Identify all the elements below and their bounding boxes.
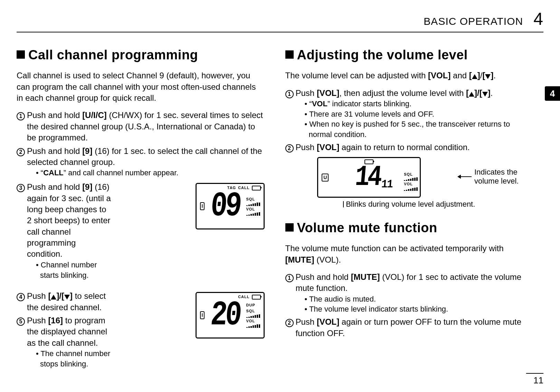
step-number-icon: 2	[285, 144, 294, 153]
text: Push and hold	[27, 146, 82, 156]
lcd-small-digits: 11	[381, 179, 393, 190]
text: ” indicator starts blinking.	[328, 99, 411, 108]
left-column: Call channel programming Call channel is…	[17, 43, 265, 371]
text: Push	[296, 317, 317, 326]
mute-step-2: 2 Push [VOL] again or turn power OFF to …	[285, 316, 533, 339]
heading-text: Call channel programming	[28, 48, 198, 62]
lcd-vol-label: VOL	[404, 182, 413, 187]
adjust-step-1: 1 Push [VOL], then adjust the volume lev…	[285, 88, 533, 140]
step-4: 4 Push []/[] to select the desired chann…	[17, 291, 189, 313]
lcd-display-20: CALL I 20 DUP SQL VOL	[196, 292, 265, 339]
step-5-sub: • The channel number stops blinking.	[36, 349, 113, 369]
step-4-5-block: CALL I 20 DUP SQL VOL	[17, 291, 265, 371]
step-3-sub: • Channel number starts blinking.	[36, 260, 113, 280]
heading-text: Adjusting the volume level	[297, 48, 468, 62]
step-3-block: TAG CALL I 09 SQL VOL	[17, 182, 265, 282]
annotation-text: Blinks during volume level adjustment.	[346, 199, 475, 209]
text: Push	[296, 88, 317, 98]
annotation-arrow-a: Indicates the volume level.	[458, 168, 533, 186]
battery-icon	[252, 186, 261, 190]
key-label: [MUTE]	[285, 255, 314, 264]
step-number-icon: 2	[285, 319, 294, 327]
key-label: [VOL]	[317, 88, 339, 98]
annotation-arrow-b: Blinks during volume level adjustment.	[285, 199, 533, 209]
key-label: [VOL]	[428, 71, 450, 80]
volume-lcd-figure: U 14 11 SQL VOL	[285, 155, 533, 209]
text: again to return to normal condition.	[339, 143, 470, 152]
text: (VOL).	[314, 255, 341, 264]
text: Push	[27, 316, 48, 325]
mute-intro: The volume mute function can be activate…	[285, 243, 533, 265]
text: • “	[36, 168, 43, 177]
lcd-group-badge: I	[200, 202, 205, 210]
key-label: [U/I/C]	[82, 110, 107, 120]
heading-volume-level: Adjusting the volume level	[285, 46, 533, 64]
step-number-icon: 2	[17, 148, 25, 156]
text: Push	[296, 143, 317, 152]
adjust-step-1-sub1: • “VOL” indicator starts blinking.	[305, 99, 533, 109]
lcd-digits: 20	[209, 298, 241, 333]
text: ” and call channel number appear.	[64, 168, 179, 177]
running-header: BASIC OPERATION 4	[17, 9, 543, 29]
adjust-step-1-sub2: • There are 31 volume levels and OFF.	[305, 109, 533, 119]
text: (16) again for 3 sec. (until a long beep…	[27, 182, 111, 258]
triangle-down-icon	[64, 295, 70, 300]
lcd-bars-icon	[404, 187, 418, 191]
lcd-display-09: TAG CALL I 09 SQL VOL	[196, 183, 265, 229]
step-number-icon: 4	[17, 293, 25, 301]
triangle-up-icon	[469, 92, 474, 97]
heading-text: Volume mute function	[297, 220, 437, 235]
right-column: Adjusting the volume level The volume le…	[285, 43, 544, 371]
step-number-icon: 3	[17, 184, 25, 192]
heading-mute: Volume mute function	[285, 219, 533, 237]
lcd-big-digits: 14	[354, 163, 381, 192]
key-label: [16]	[48, 316, 63, 325]
lcd-dup-indicator: DUP	[246, 303, 255, 308]
mute-step-1-sub1: • The audio is muted.	[305, 294, 533, 304]
step-number-icon: 1	[285, 90, 294, 98]
lcd-bars-icon	[246, 212, 260, 216]
square-bullet-icon	[17, 50, 25, 59]
lcd-group-badge: I	[200, 311, 205, 319]
step-2: 2 Push and hold [9] (16) for 1 sec. to s…	[17, 146, 265, 178]
lcd-display-volume: U 14 11 SQL VOL	[317, 157, 421, 198]
key-label: [9]	[82, 146, 92, 156]
heading-call-channel: Call channel programming	[17, 46, 265, 64]
text: The volume mute function can be activate…	[285, 244, 504, 253]
adjust-step-1-sub3: • When no key is pushed for 5 sec., the …	[305, 119, 533, 139]
battery-icon	[252, 295, 261, 300]
key-label: [VOL]	[317, 143, 339, 152]
triangle-up-icon	[472, 74, 477, 79]
lcd-bars-icon	[246, 203, 260, 206]
text: , then adjust the volume level with	[339, 88, 466, 98]
text: Push and hold	[27, 182, 82, 192]
text: .	[493, 71, 496, 80]
chapter-number: 4	[533, 9, 543, 29]
key-label: VOL	[312, 99, 328, 108]
page-number: 11	[526, 373, 543, 386]
lcd-vol-label: VOL	[246, 318, 255, 324]
lcd-group-badge: U	[322, 174, 329, 182]
page: BASIC OPERATION 4 Call channel programmi…	[0, 0, 560, 392]
square-bullet-icon	[285, 223, 294, 232]
lcd-sql-label: SQL	[404, 172, 413, 177]
annotation-text: Indicates the volume level.	[474, 168, 533, 186]
step-2-sub: • “CALL” and call channel number appear.	[36, 168, 265, 178]
text: Push and hold	[296, 272, 351, 282]
text: Push	[27, 291, 48, 301]
step-5: 5 Push [16] to program the displayed cha…	[17, 315, 189, 369]
call-channel-intro: Call channel is used to select Channel 9…	[17, 70, 265, 104]
key-label: [VOL]	[317, 317, 339, 326]
triangle-down-icon	[482, 92, 488, 97]
square-bullet-icon	[285, 50, 294, 59]
step-number-icon: 5	[17, 317, 25, 326]
lcd-vol-label: VOL	[246, 207, 255, 212]
adjust-step-2: 2 Push [VOL] again to return to normal c…	[285, 142, 533, 153]
triangle-up-icon	[51, 295, 56, 300]
header-rule	[17, 32, 543, 32]
key-label: []	[482, 71, 493, 80]
lcd-bars-icon	[246, 314, 260, 318]
text: and	[450, 71, 469, 80]
mute-step-1: 1 Push and hold [MUTE] (VOL) for 1 sec t…	[285, 272, 533, 314]
text: Push and hold	[27, 110, 82, 120]
